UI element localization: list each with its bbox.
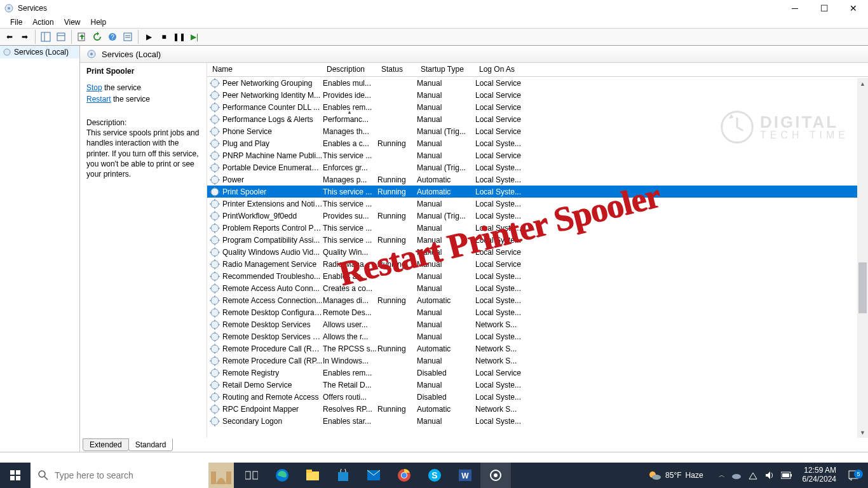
col-log-on-as[interactable]: Log On As — [474, 63, 522, 76]
maximize-button[interactable]: ☐ — [810, 0, 839, 16]
service-row[interactable]: Radio Management ServiceRadio Mana...Run… — [207, 258, 868, 270]
service-row[interactable]: Remote Access Connection...Manages di...… — [207, 294, 868, 306]
search-box[interactable]: Type here to search — [31, 463, 208, 488]
pause-service-button[interactable]: ❚❚ — [172, 30, 186, 44]
gear-icon — [210, 368, 220, 378]
forward-button[interactable]: ➡ — [18, 30, 32, 44]
skype-icon[interactable]: S — [419, 463, 450, 488]
minimize-button[interactable]: ─ — [780, 0, 810, 16]
service-row[interactable]: Recommended Troublesho...Enables au...Ma… — [207, 270, 868, 282]
cell-startup: Automatic — [417, 187, 475, 196]
store-icon[interactable] — [328, 463, 358, 488]
service-row[interactable]: Secondary LogonEnables star...ManualLoca… — [207, 415, 868, 427]
service-list[interactable]: Peer Networking GroupingEnables mul...Ma… — [207, 77, 868, 438]
menu-bar: File Action View Help — [0, 16, 868, 29]
search-highlight-thumb[interactable] — [208, 463, 234, 488]
service-row[interactable]: Print SpoolerThis service ...RunningAuto… — [207, 186, 868, 198]
service-row[interactable]: PNRP Machine Name Publi...This service .… — [207, 149, 868, 161]
menu-view[interactable]: View — [59, 17, 86, 28]
properties2-button[interactable] — [121, 30, 135, 44]
menu-file[interactable]: File — [5, 17, 27, 28]
back-button[interactable]: ⬅ — [3, 30, 17, 44]
cell-logon: Local Syste... — [475, 139, 523, 148]
service-row[interactable]: Plug and PlayEnables a c...RunningManual… — [207, 137, 868, 149]
service-row[interactable]: Program Compatibility Assi...This servic… — [207, 234, 868, 246]
svg-rect-202 — [306, 470, 312, 473]
service-row[interactable]: Peer Networking Identity M...Provides id… — [207, 89, 868, 101]
cell-startup: Automatic — [417, 344, 475, 353]
svg-point-40 — [214, 130, 216, 133]
service-row[interactable]: Remote Desktop Services U...Allows the r… — [207, 330, 868, 342]
cell-status: Running — [377, 405, 417, 414]
tab-extended[interactable]: Extended — [83, 438, 129, 451]
cell-description: This service ... — [323, 151, 377, 160]
tray-overflow-button[interactable]: ︿ — [719, 471, 725, 480]
start-button[interactable] — [0, 463, 31, 488]
tree-root-services-local[interactable]: Services (Local) — [0, 46, 79, 58]
menu-action[interactable]: Action — [27, 17, 58, 28]
stop-service-button[interactable]: ■ — [157, 30, 171, 44]
scroll-up-button[interactable]: ▲ — [857, 78, 868, 89]
service-row[interactable]: Portable Device Enumerator...Enforces gr… — [207, 161, 868, 173]
refresh-button[interactable] — [90, 30, 104, 44]
battery-icon[interactable] — [781, 471, 792, 479]
service-row[interactable]: Remote Access Auto Conn...Creates a co..… — [207, 282, 868, 294]
service-row[interactable]: Remote Desktop ServicesAllows user...Man… — [207, 318, 868, 330]
close-button[interactable]: ✕ — [839, 0, 868, 16]
show-hide-tree-button[interactable] — [39, 30, 53, 44]
menu-help[interactable]: Help — [86, 17, 112, 28]
properties-button[interactable] — [54, 30, 68, 44]
service-row[interactable]: Remote Procedure Call (RPC)The RPCSS s..… — [207, 342, 868, 355]
settings-icon[interactable] — [480, 463, 511, 488]
scroll-down-button[interactable]: ▼ — [857, 427, 868, 438]
service-row[interactable]: PrintWorkflow_9f0eddProvides su...Runnin… — [207, 210, 868, 222]
file-explorer-icon[interactable] — [297, 463, 328, 488]
service-row[interactable]: Phone ServiceManages th...Manual (Trig..… — [207, 125, 868, 137]
stop-service-link[interactable]: Stop — [86, 83, 102, 92]
chrome-icon[interactable] — [389, 463, 419, 488]
service-row[interactable]: Routing and Remote AccessOffers routi...… — [207, 391, 868, 403]
export-list-button[interactable] — [75, 30, 89, 44]
volume-icon[interactable] — [764, 470, 775, 480]
search-icon — [38, 470, 48, 480]
restart-service-link[interactable]: Restart — [86, 95, 111, 104]
edge-icon[interactable] — [267, 463, 297, 488]
notifications-button[interactable]: 5 — [843, 470, 864, 481]
cell-startup: Manual — [417, 308, 475, 317]
service-row[interactable]: Remote RegistryEnables rem...DisabledLoc… — [207, 367, 868, 379]
service-row[interactable]: Printer Extensions and Notif...This serv… — [207, 198, 868, 210]
task-view-button[interactable] — [236, 463, 267, 488]
help-button[interactable]: ? — [105, 30, 119, 44]
service-row[interactable]: Problem Reports Control Pa...This servic… — [207, 222, 868, 234]
service-row[interactable]: Remote Desktop Configurat...Remote Des..… — [207, 306, 868, 318]
mail-icon[interactable] — [358, 463, 389, 488]
service-row[interactable]: Quality Windows Audio Vid...Quality Win.… — [207, 246, 868, 258]
service-row[interactable]: Performance Counter DLL ...Enables rem..… — [207, 101, 868, 113]
onedrive-icon[interactable] — [731, 470, 742, 480]
tab-standard[interactable]: Standard — [128, 438, 173, 451]
network-icon[interactable] — [748, 470, 758, 480]
start-service-button[interactable]: ▶ — [142, 30, 156, 44]
svg-point-100 — [214, 251, 216, 254]
toolbar: ⬅ ➡ ? ▶ ■ ❚❚ ▶| — [0, 29, 868, 46]
scrollbar-track[interactable]: ▲ ▼ — [857, 78, 868, 438]
clock[interactable]: 12:59 AM 6/24/2024 — [803, 466, 836, 484]
cell-description: This service ... — [323, 187, 377, 196]
col-startup-type[interactable]: Startup Type — [416, 63, 474, 76]
col-status[interactable]: Status — [376, 63, 416, 76]
cell-description: Quality Win... — [323, 248, 377, 257]
service-row[interactable]: PowerManages p...RunningAutomaticLocal S… — [207, 173, 868, 186]
scroll-thumb[interactable] — [858, 262, 867, 313]
service-row[interactable]: Remote Procedure Call (RP...In Windows..… — [207, 355, 868, 367]
service-row[interactable]: Peer Networking GroupingEnables mul...Ma… — [207, 77, 868, 89]
service-row[interactable]: Retail Demo ServiceThe Retail D...Manual… — [207, 379, 868, 391]
restart-service-button[interactable]: ▶| — [187, 30, 201, 44]
word-icon[interactable]: W — [450, 463, 480, 488]
service-row[interactable]: RPC Endpoint MapperResolves RP...Running… — [207, 403, 868, 415]
service-row[interactable]: Performance Logs & AlertsPerformanc...Ma… — [207, 113, 868, 125]
svg-point-172 — [214, 396, 216, 398]
weather-widget[interactable]: 85°F Haze — [648, 468, 703, 482]
col-name[interactable]: Name — [207, 63, 322, 76]
svg-point-215 — [652, 475, 661, 480]
col-description[interactable]: Description — [322, 63, 376, 76]
